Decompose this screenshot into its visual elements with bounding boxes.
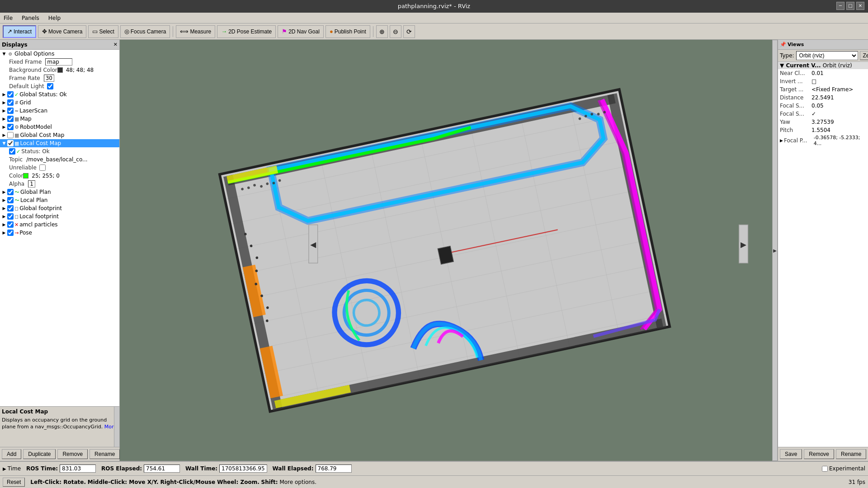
local-plan-checkbox[interactable] bbox=[7, 197, 14, 203]
laserscan-expand-icon[interactable]: ▶ bbox=[1, 108, 7, 113]
views-rename-button[interactable]: Rename bbox=[836, 449, 866, 459]
minimize-button[interactable]: ─ bbox=[836, 2, 844, 10]
pose-checkbox[interactable] bbox=[7, 230, 14, 236]
3d-viewport[interactable]: ◀ ▶ bbox=[120, 40, 772, 461]
map-expand-icon[interactable]: ▶ bbox=[1, 117, 7, 121]
grid-expand-icon[interactable]: ▶ bbox=[1, 100, 7, 105]
global-cost-map-expand-icon[interactable]: ▶ bbox=[1, 133, 7, 137]
target-value[interactable]: <Fixed Frame> bbox=[811, 86, 853, 93]
local-footprint-label: Local footprint bbox=[19, 213, 59, 220]
distance-value[interactable]: 22.5491 bbox=[811, 94, 834, 101]
tree-global-footprint[interactable]: ▶ ◻ Global footprint bbox=[0, 204, 119, 212]
views-current-section[interactable]: ▼ Current V... Orbit (rviz) bbox=[778, 62, 868, 69]
grid-checkbox[interactable] bbox=[7, 99, 14, 106]
views-remove-button[interactable]: Remove bbox=[804, 449, 834, 459]
amcl-expand-icon[interactable]: ▶ bbox=[1, 222, 7, 227]
frame-rate-value[interactable]: 30 bbox=[44, 75, 54, 82]
tree-grid[interactable]: ▶ # Grid bbox=[0, 99, 119, 107]
views-save-button[interactable]: Save bbox=[780, 449, 802, 459]
remove-button[interactable]: Remove bbox=[57, 449, 88, 459]
map-checkbox[interactable] bbox=[7, 116, 14, 122]
global-status-checkbox[interactable] bbox=[7, 91, 14, 98]
color-value[interactable]: 25; 255; 0 bbox=[32, 173, 60, 179]
ros-time-value: 831.03 bbox=[60, 465, 96, 473]
local-footprint-checkbox[interactable] bbox=[7, 213, 14, 220]
global-plan-checkbox[interactable] bbox=[7, 189, 14, 195]
menu-help[interactable]: Help bbox=[47, 14, 62, 22]
tree-laserscan[interactable]: ▶ ≈ LaserScan bbox=[0, 107, 119, 115]
displays-tree[interactable]: ▼ ⚙ Global Options Fixed Frame map Backg… bbox=[0, 50, 119, 406]
alpha-value[interactable]: 1 bbox=[28, 180, 35, 188]
tree-local-footprint[interactable]: ▶ ◻ Local footprint bbox=[0, 212, 119, 221]
experimental-checkbox[interactable] bbox=[822, 466, 828, 472]
tree-local-cost-map[interactable]: ▼ ▦ Local Cost Map bbox=[0, 139, 119, 147]
local-cost-map-checkbox[interactable] bbox=[7, 140, 14, 146]
near-clip-value[interactable]: 0.01 bbox=[811, 70, 824, 76]
toolbar-extra-2[interactable]: ⊖ bbox=[390, 25, 401, 38]
focal-s1-value[interactable]: 0.05 bbox=[811, 103, 824, 109]
reset-button[interactable]: Reset bbox=[3, 478, 25, 487]
menu-file[interactable]: File bbox=[2, 14, 14, 22]
tree-local-plan[interactable]: ▶ 〜 Local Plan bbox=[0, 196, 119, 204]
toolbar-extra-1[interactable]: ⊕ bbox=[376, 25, 388, 38]
invert-value[interactable]: □ bbox=[811, 78, 816, 84]
amcl-checkbox[interactable] bbox=[7, 221, 14, 228]
focal-point-value[interactable]: -0.36578; -5.2333; 4... bbox=[814, 135, 866, 146]
tree-robotmodel[interactable]: ▶ ⚙ RobotModel bbox=[0, 123, 119, 131]
tool-focus-camera[interactable]: ◎ Focus Camera bbox=[120, 25, 170, 38]
color-swatch[interactable] bbox=[23, 173, 28, 178]
local-plan-icon: 〜 bbox=[14, 197, 19, 204]
unreliable-checkbox[interactable] bbox=[39, 164, 46, 171]
tool-publish-point[interactable]: ● Publish Point bbox=[326, 25, 370, 38]
laserscan-checkbox[interactable] bbox=[7, 108, 14, 114]
global-options-expand-icon[interactable]: ▼ bbox=[1, 52, 7, 56]
robotmodel-expand-icon[interactable]: ▶ bbox=[1, 125, 7, 129]
tree-global-status[interactable]: ▶ ✓ Global Status: Ok bbox=[0, 90, 119, 99]
pitch-value[interactable]: 1.5504 bbox=[811, 127, 830, 133]
local-cost-map-expand-icon[interactable]: ▼ bbox=[1, 141, 7, 145]
local-status-checkbox[interactable] bbox=[9, 148, 15, 155]
global-footprint-expand-icon[interactable]: ▶ bbox=[1, 206, 7, 211]
duplicate-button[interactable]: Duplicate bbox=[23, 449, 56, 459]
pose-expand-icon[interactable]: ▶ bbox=[1, 230, 7, 235]
tool-2d-pose[interactable]: → 2D Pose Estimate bbox=[217, 25, 276, 38]
tree-global-cost-map[interactable]: ▶ ▦ Global Cost Map bbox=[0, 131, 119, 139]
add-button[interactable]: Add bbox=[2, 449, 21, 459]
tool-2d-nav-goal[interactable]: ⚑ 2D Nav Goal bbox=[278, 25, 324, 38]
close-button[interactable]: ✕ bbox=[856, 2, 864, 10]
tree-global-plan[interactable]: ▶ 〜 Global Plan bbox=[0, 188, 119, 196]
tree-pose[interactable]: ▶ → Pose bbox=[0, 229, 119, 237]
background-color-swatch[interactable] bbox=[57, 67, 63, 73]
tool-select[interactable]: ▭ Select bbox=[88, 25, 118, 38]
right-panel-collapse[interactable]: ▶ bbox=[772, 40, 778, 461]
time-section-label[interactable]: ▶ Time bbox=[3, 465, 21, 472]
topic-value[interactable]: /move_base/local_co... bbox=[26, 156, 87, 163]
tool-move-camera[interactable]: ✥ Move Camera bbox=[38, 25, 86, 38]
toolbar-extra-3[interactable]: ⟳ bbox=[403, 25, 415, 38]
fixed-frame-value[interactable]: map bbox=[45, 58, 72, 66]
displays-close-icon[interactable]: ✕ bbox=[113, 42, 118, 47]
rename-button[interactable]: Rename bbox=[90, 449, 120, 459]
local-footprint-expand-icon[interactable]: ▶ bbox=[1, 214, 7, 219]
views-type-select[interactable]: Orbit (rviz) XY Orbit (rviz) Top-Down Or… bbox=[796, 51, 858, 60]
tool-measure[interactable]: ⟺ Measure bbox=[176, 25, 215, 38]
global-cost-map-checkbox[interactable] bbox=[7, 132, 14, 138]
desc-scrollbar[interactable] bbox=[114, 407, 119, 447]
default-light-checkbox[interactable] bbox=[47, 83, 53, 89]
focal-s2-value[interactable]: ✓ bbox=[811, 111, 816, 117]
global-status-expand-icon[interactable]: ▶ bbox=[1, 92, 7, 97]
background-color-value[interactable]: 48; 48; 48 bbox=[66, 67, 94, 73]
global-footprint-checkbox[interactable] bbox=[7, 205, 14, 211]
tree-global-options[interactable]: ▼ ⚙ Global Options bbox=[0, 50, 119, 58]
local-plan-expand-icon[interactable]: ▶ bbox=[1, 198, 7, 202]
tool-interact[interactable]: ↗ Interact bbox=[3, 25, 36, 38]
tree-map[interactable]: ▶ ▦ Map bbox=[0, 115, 119, 123]
yaw-value[interactable]: 3.27539 bbox=[811, 119, 834, 125]
views-zero-button[interactable]: Zero bbox=[860, 51, 868, 60]
maximize-button[interactable]: □ bbox=[846, 2, 854, 10]
robotmodel-checkbox[interactable] bbox=[7, 124, 14, 130]
amcl-label: amcl particles bbox=[19, 221, 57, 228]
global-plan-expand-icon[interactable]: ▶ bbox=[1, 190, 7, 194]
tree-amcl-particles[interactable]: ▶ ✕ amcl particles bbox=[0, 221, 119, 229]
menu-panels[interactable]: Panels bbox=[20, 14, 41, 22]
